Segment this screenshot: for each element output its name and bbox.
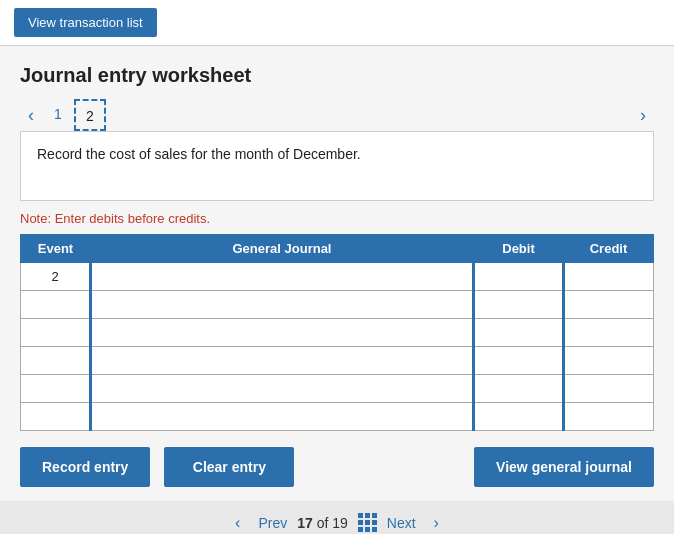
total-pages: 19: [332, 515, 348, 531]
view-transaction-button[interactable]: View transaction list: [14, 8, 157, 37]
prev-tab-arrow[interactable]: ‹: [20, 105, 42, 126]
instruction-box: Record the cost of sales for the month o…: [20, 131, 654, 201]
action-buttons-row: Record entry Clear entry View general jo…: [20, 447, 654, 487]
debit-cell[interactable]: [474, 319, 564, 347]
debit-input[interactable]: [475, 375, 562, 402]
of-text: of: [317, 515, 329, 531]
table-row: [21, 375, 654, 403]
prev-page-arrow[interactable]: ‹: [227, 514, 248, 532]
note-text: Note: Enter debits before credits.: [20, 211, 654, 226]
tab-navigation: ‹ 1 2 ›: [20, 99, 654, 131]
clear-entry-button[interactable]: Clear entry: [164, 447, 294, 487]
debit-cell[interactable]: [474, 375, 564, 403]
debit-input[interactable]: [475, 291, 562, 318]
credit-cell[interactable]: [564, 319, 654, 347]
bottom-navigation: ‹ Prev 17 of 19 Next ›: [0, 501, 674, 534]
general-journal-header: General Journal: [91, 235, 474, 263]
table-row: 2: [21, 263, 654, 291]
grid-view-icon[interactable]: [358, 513, 377, 532]
debit-cell[interactable]: [474, 263, 564, 291]
event-cell: [21, 347, 91, 375]
general-journal-input[interactable]: [92, 319, 472, 346]
debit-cell[interactable]: [474, 347, 564, 375]
credit-cell[interactable]: [564, 375, 654, 403]
debit-header: Debit: [474, 235, 564, 263]
event-cell: [21, 291, 91, 319]
event-cell: [21, 403, 91, 431]
credit-cell[interactable]: [564, 403, 654, 431]
credit-input[interactable]: [565, 319, 653, 346]
general-journal-cell[interactable]: [91, 263, 474, 291]
general-journal-cell[interactable]: [91, 319, 474, 347]
next-tab-arrow[interactable]: ›: [632, 105, 654, 126]
credit-input[interactable]: [565, 291, 653, 318]
next-page-arrow[interactable]: ›: [426, 514, 447, 532]
tab-1[interactable]: 1: [42, 99, 74, 131]
credit-cell[interactable]: [564, 347, 654, 375]
event-header: Event: [21, 235, 91, 263]
table-row: [21, 347, 654, 375]
debit-cell[interactable]: [474, 291, 564, 319]
credit-header: Credit: [564, 235, 654, 263]
credit-input[interactable]: [565, 347, 653, 374]
credit-cell[interactable]: [564, 263, 654, 291]
tab-2[interactable]: 2: [74, 99, 106, 131]
event-cell: [21, 319, 91, 347]
general-journal-input[interactable]: [92, 347, 472, 374]
general-journal-cell[interactable]: [91, 375, 474, 403]
next-label[interactable]: Next: [387, 515, 416, 531]
credit-cell[interactable]: [564, 291, 654, 319]
general-journal-input[interactable]: [92, 375, 472, 402]
general-journal-cell[interactable]: [91, 347, 474, 375]
table-row: [21, 319, 654, 347]
instruction-text: Record the cost of sales for the month o…: [37, 146, 361, 162]
event-cell: 2: [21, 263, 91, 291]
debit-input[interactable]: [475, 403, 562, 430]
page-title: Journal entry worksheet: [20, 64, 654, 87]
table-row: [21, 291, 654, 319]
general-journal-input[interactable]: [92, 291, 472, 318]
debit-input[interactable]: [475, 319, 562, 346]
credit-input[interactable]: [565, 263, 653, 290]
general-journal-input[interactable]: [92, 263, 472, 290]
page-info: 17 of 19: [297, 515, 348, 531]
debit-input[interactable]: [475, 263, 562, 290]
general-journal-cell[interactable]: [91, 403, 474, 431]
current-page: 17: [297, 515, 313, 531]
table-row: [21, 403, 654, 431]
credit-input[interactable]: [565, 375, 653, 402]
journal-table: Event General Journal Debit Credit 2: [20, 234, 654, 431]
debit-cell[interactable]: [474, 403, 564, 431]
general-journal-input[interactable]: [92, 403, 472, 430]
general-journal-cell[interactable]: [91, 291, 474, 319]
view-general-journal-button[interactable]: View general journal: [474, 447, 654, 487]
prev-label[interactable]: Prev: [258, 515, 287, 531]
event-cell: [21, 375, 91, 403]
debit-input[interactable]: [475, 347, 562, 374]
credit-input[interactable]: [565, 403, 653, 430]
record-entry-button[interactable]: Record entry: [20, 447, 150, 487]
